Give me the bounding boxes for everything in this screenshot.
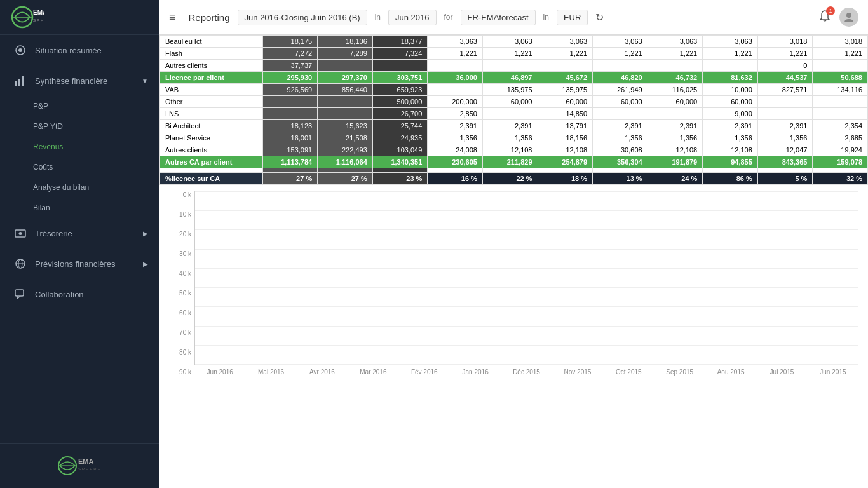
sidebar-item-analyse[interactable]: Analyse du bilan <box>33 177 159 198</box>
table-cell <box>813 108 868 120</box>
sidebar-item-ppytd[interactable]: P&P YtD <box>33 116 159 137</box>
table-cell: 254,879 <box>538 156 593 168</box>
table-cell: 25,744 <box>372 120 428 132</box>
sidebar-item-bilan[interactable]: Bilan <box>33 198 159 218</box>
chart-grid-line <box>195 229 858 230</box>
sidebar-item-previsions[interactable]: Prévisions financières ▶ <box>0 248 159 279</box>
chart-y-label: 10 k <box>169 211 191 218</box>
table-cell: 191,879 <box>648 156 703 168</box>
chart-x-label: Jui 2015 <box>756 369 807 376</box>
sidebar-item-synthese[interactable]: Synthèse financière ▼ <box>0 65 159 96</box>
sidebar-item-pp[interactable]: P&P <box>33 96 159 116</box>
table-cell: 16 % <box>428 173 483 185</box>
in-label-1: in <box>375 13 381 22</box>
header-currency[interactable]: EUR <box>557 10 588 25</box>
chart-y-label: 90 k <box>169 369 191 376</box>
table-cell: 18 % <box>538 173 593 185</box>
table-cell: 46,732 <box>648 72 703 84</box>
sidebar-item-situation[interactable]: Situation résumée <box>0 35 159 65</box>
table-cell: 356,304 <box>593 156 648 168</box>
table-cell <box>757 108 813 120</box>
chart-y-label: 70 k <box>169 329 191 336</box>
table-cell: 7,272 <box>262 48 318 60</box>
table-cell: 60,000 <box>648 96 703 108</box>
table-cell <box>593 108 648 120</box>
table-cell <box>648 108 703 120</box>
table-cell: 12,108 <box>482 144 538 156</box>
collaboration-icon <box>13 287 27 301</box>
menu-icon[interactable]: ≡ <box>169 11 176 24</box>
sidebar-label-collaboration: Collaboration <box>35 290 148 299</box>
tresorerie-arrow: ▶ <box>143 230 148 237</box>
chart-y-label: 80 k <box>169 349 191 356</box>
sidebar-item-couts[interactable]: Coûts <box>33 157 159 177</box>
table-row: Other500,000200,00060,00060,00060,00060,… <box>160 96 868 108</box>
row-label: VAB <box>160 84 263 96</box>
table-cell: 18,377 <box>372 36 428 48</box>
notification-badge: 1 <box>826 6 835 15</box>
table-cell: 45,672 <box>538 72 593 84</box>
table-cell: 60,000 <box>482 96 538 108</box>
table-cell <box>318 96 373 108</box>
chart-grid-line <box>195 268 858 269</box>
chart-x-label: Nov 2015 <box>552 369 603 376</box>
table-cell: 50,688 <box>813 72 868 84</box>
table-cell: 30,608 <box>593 144 648 156</box>
chart-x-label: Déc 2015 <box>501 369 552 376</box>
sidebar-item-tresorerie[interactable]: Trésorerie ▶ <box>0 218 159 248</box>
row-label: Flash <box>160 48 263 60</box>
table-cell: 23 % <box>372 173 428 185</box>
row-label: Bi Architect <box>160 120 263 132</box>
table-cell <box>703 60 758 72</box>
sidebar-label-tresorerie: Trésorerie <box>35 229 143 238</box>
table-cell <box>482 168 538 173</box>
table-cell: 1,221 <box>593 48 648 60</box>
chart-x-label: Fév 2016 <box>399 369 450 376</box>
table-cell: 295,930 <box>262 72 318 84</box>
table-row: Flash7,2727,2897,3241,2211,2211,2211,221… <box>160 48 868 60</box>
table-cell: 24,008 <box>428 144 483 156</box>
table-cell: 1,356 <box>703 132 758 144</box>
chart-grid-line <box>195 287 858 288</box>
svg-text:EMA: EMA <box>78 458 94 465</box>
table-cell: 134,116 <box>813 84 868 96</box>
chart-grid <box>195 191 858 365</box>
table-cell: 3,063 <box>428 36 483 48</box>
previsions-arrow: ▶ <box>143 261 148 268</box>
table-row: Licence par client295,930297,370303,7513… <box>160 72 868 84</box>
table-row: Bi Architect18,12315,62325,7442,3912,391… <box>160 120 868 132</box>
table-cell <box>757 96 813 108</box>
table-cell: 926,569 <box>262 84 318 96</box>
notification-bell[interactable]: 1 <box>818 10 832 25</box>
sidebar-item-revenus[interactable]: Revenus <box>33 137 159 157</box>
table-cell: 19,924 <box>813 144 868 156</box>
table-cell: 2,391 <box>648 120 703 132</box>
refresh-button[interactable]: ↻ <box>595 11 604 24</box>
table-cell: 1,221 <box>428 48 483 60</box>
header-bar: ≡ Reporting Jun 2016-Closing Juin 2016 (… <box>159 0 868 35</box>
in-label-2: in <box>543 13 549 22</box>
chart-bars-container: Jun 2016Mai 2016Avr 2016Mar 2016Fév 2016… <box>194 191 858 376</box>
table-cell: 86 % <box>703 173 758 185</box>
header-month[interactable]: Jun 2016 <box>388 10 437 25</box>
table-row: Autres clients37,7370 <box>160 60 868 72</box>
data-table-container: Beaulieu Ict18,17518,10618,3773,0633,063… <box>159 35 868 185</box>
user-avatar[interactable] <box>839 8 858 27</box>
table-cell <box>318 108 373 120</box>
table-cell: 103,049 <box>372 144 428 156</box>
chart-y-axis: 90 k80 k70 k60 k50 k40 k30 k20 k10 k0 k <box>169 191 191 376</box>
table-cell: 60,000 <box>703 96 758 108</box>
header-period[interactable]: Jun 2016-Closing Juin 2016 (B) <box>238 10 367 25</box>
sidebar-item-collaboration[interactable]: Collaboration <box>0 279 159 309</box>
svg-point-5 <box>18 48 22 52</box>
svg-point-19 <box>846 13 851 18</box>
sidebar-footer: EMA SPHERE <box>0 443 159 488</box>
table-cell: 1,356 <box>428 132 483 144</box>
table-cell: 44,537 <box>757 72 813 84</box>
table-cell: 37,737 <box>262 60 318 72</box>
header-forecast[interactable]: FR-EMAforecast <box>461 10 536 25</box>
chart-y-label: 40 k <box>169 270 191 277</box>
table-cell: 60,000 <box>593 96 648 108</box>
synthese-arrow: ▼ <box>142 78 148 85</box>
table-row <box>160 168 868 173</box>
